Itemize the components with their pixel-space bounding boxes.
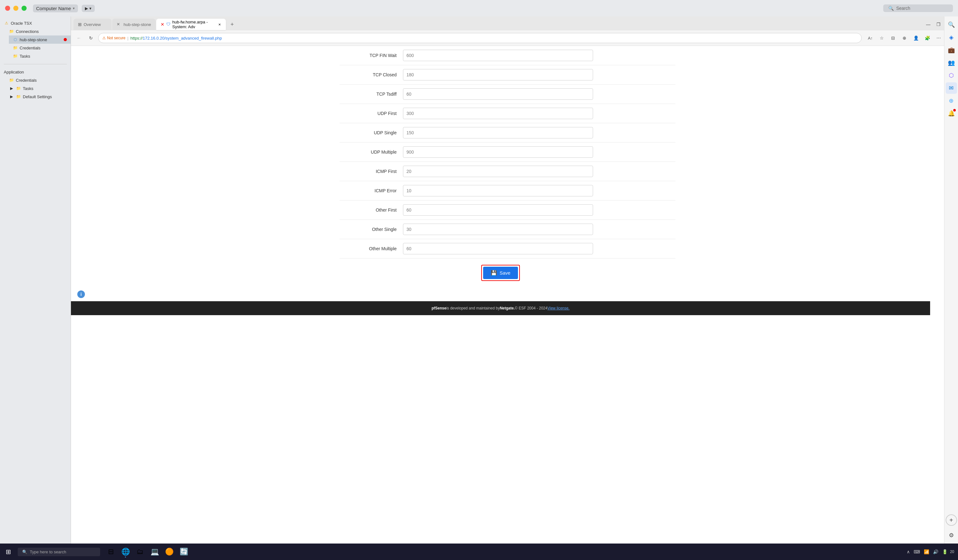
sidebar-oracle-section: ⚠ Oracle TSX 📁 Connections ⬡ hub-step-st… [0, 16, 71, 63]
not-secure-text: Not secure [107, 36, 125, 40]
refresh-button[interactable]: ↻ [86, 33, 96, 43]
tray-up-arrow[interactable]: ∧ [906, 548, 911, 555]
input-tcp-closed[interactable] [403, 69, 593, 81]
tab-hub-fw[interactable]: ✕ 🛡 hub-fw.home.arpa - System: Adv ✕ [156, 19, 226, 30]
edge-collections-icon[interactable]: ◈ [946, 32, 957, 43]
tab-hub-step-stone[interactable]: ✕ hub-step-stone [112, 19, 155, 30]
sidebar-item-tasks-app[interactable]: ▶ 📁 Tasks [5, 84, 71, 92]
favorites-button[interactable]: ☆ [877, 33, 887, 43]
tray-volume-icon[interactable]: 🔊 [932, 548, 940, 555]
input-icmp-error[interactable] [403, 185, 593, 197]
input-other-multiple[interactable] [403, 243, 593, 254]
input-udp-single[interactable] [403, 127, 593, 138]
tray-keyboard-icon[interactable]: ⌨ [912, 548, 921, 555]
form-row-other-multiple: Other Multiple [339, 239, 676, 259]
terminal-icon: 💻 [151, 548, 159, 556]
taskbar-edge-icon[interactable]: 🌐 [119, 545, 132, 559]
add-favorite-button[interactable]: ⊕ [900, 33, 909, 43]
grid-icon: ⊞ [78, 22, 82, 27]
address-bar[interactable]: ⚠ Not secure | https://172.16.0.20/syste… [98, 33, 862, 43]
label-tcp-fin-wait: TCP FIN Wait [339, 53, 403, 58]
sidebar-item-credentials-conn[interactable]: 📁 Credentials [9, 44, 71, 52]
hub-tab-favicon: ✕ [117, 22, 122, 27]
windows-icon: ⊞ [6, 548, 11, 555]
save-button-highlight: 💾 Save [481, 265, 520, 281]
computer-name-dropdown[interactable]: Computer Name ▾ [33, 5, 78, 12]
input-tcp-fin-wait[interactable] [403, 50, 593, 61]
edge-outlook-icon[interactable]: ✉ [946, 82, 957, 94]
sidebar-item-default-settings[interactable]: ▶ 📁 Default Settings [5, 92, 71, 101]
taskbar-explorer-icon[interactable]: 🗂 [133, 545, 147, 559]
edge-wallet-icon[interactable]: 💼 [946, 44, 957, 56]
extensions-button[interactable]: 🧩 [923, 33, 932, 43]
tray-network-icon[interactable]: 📶 [923, 548, 931, 555]
back-button[interactable]: ← [74, 33, 84, 43]
taskbar-search[interactable]: 🔍 Type here to search [18, 548, 100, 556]
taskbar-oracle-icon[interactable]: 🟠 [162, 545, 176, 559]
taskbar-extra-icon[interactable]: 🔄 [177, 545, 191, 559]
input-tcp-tsdiff[interactable] [403, 88, 593, 100]
pfsense-favicon: ✕ [160, 22, 164, 27]
mac-search-bar[interactable]: 🔍 Search [883, 5, 953, 12]
edge-copilot-icon[interactable]: ⊕ [946, 95, 957, 106]
more-options-button[interactable]: ⋯ [934, 33, 944, 43]
edge-add-button[interactable]: + [946, 514, 957, 526]
info-button[interactable]: i [77, 290, 85, 298]
sidebar-item-connections[interactable]: 📁 Connections [5, 27, 71, 35]
mac-close-button[interactable] [5, 6, 10, 11]
mac-maximize-button[interactable] [22, 6, 27, 11]
address-url: https://172.16.0.20/system_advanced_fire… [130, 36, 222, 41]
edge-notification-area: 🔔 [946, 108, 957, 119]
form-row-udp-single: UDP Single [339, 123, 676, 143]
footer-view-license[interactable]: View license. [547, 306, 569, 310]
tab-add-button[interactable]: + [228, 20, 236, 29]
browser-actions: A↑ ☆ ⊟ ⊕ 👤 🧩 ⋯ 🔵 [866, 33, 955, 43]
tray-battery-icon[interactable]: 🔋 [941, 548, 949, 555]
edge-settings-icon[interactable]: ⚙ [946, 530, 957, 541]
tab-overview[interactable]: ⊞ Overview [73, 19, 111, 30]
taskbar-tray: ∧ ⌨ 📶 🔊 🔋 20 [906, 548, 958, 555]
save-button[interactable]: 💾 Save [483, 267, 518, 279]
sidebar-item-hub-step-stone[interactable]: ⬡ hub-step-stone [9, 35, 71, 44]
tray-time: 20 [950, 549, 954, 555]
default-settings-folder-icon: 📁 [16, 94, 21, 99]
input-other-first[interactable] [403, 204, 593, 216]
input-other-single[interactable] [403, 224, 593, 235]
sidebar-tasks-conn-label: Tasks [20, 54, 30, 59]
edge-people-icon[interactable]: 👥 [946, 57, 957, 68]
browser-restore-button[interactable]: ❐ [934, 20, 943, 29]
play-button[interactable]: ▶ ▾ [82, 5, 95, 12]
sidebar-item-tasks-conn[interactable]: 📁 Tasks [9, 52, 71, 60]
taskbar-terminal-icon[interactable]: 💻 [148, 545, 162, 559]
explorer-icon: 🗂 [136, 548, 144, 556]
input-udp-first[interactable] [403, 108, 593, 119]
tasks-app-folder-icon: 📁 [16, 86, 21, 91]
application-label: Application [4, 70, 24, 75]
split-screen-button[interactable]: ⊟ [888, 33, 898, 43]
webpage-content[interactable]: TCP FIN Wait TCP Closed TCP Tsdiff UDP F… [71, 46, 944, 544]
input-wrapper-other-first [403, 204, 676, 216]
edge-games-icon[interactable]: ⬡ [946, 70, 957, 81]
sidebar-item-oracle-tsx[interactable]: ⚠ Oracle TSX [0, 19, 71, 27]
footer-netgate: Netgate. [500, 306, 515, 310]
label-icmp-error: ICMP Error [339, 188, 403, 193]
sidebar-item-credentials-app[interactable]: 📁 Credentials [5, 76, 71, 84]
warning-icon: ⚠ [4, 21, 9, 25]
input-udp-multiple[interactable] [403, 146, 593, 158]
start-button[interactable]: ⊞ [0, 544, 16, 560]
taskbar-task-view[interactable]: ⊟ [104, 545, 118, 559]
form-row-udp-first: UDP First [339, 104, 676, 123]
taskbar-search-icon: 🔍 [22, 550, 27, 554]
tab-close-button[interactable]: ✕ [217, 22, 221, 27]
profile-button[interactable]: 👤 [911, 33, 921, 43]
mac-minimize-button[interactable] [13, 6, 18, 11]
input-icmp-first[interactable] [403, 166, 593, 177]
edge-search-icon[interactable]: 🔍 [946, 19, 957, 30]
read-aloud-button[interactable]: A↑ [866, 33, 875, 43]
browser-chrome: ⊞ Overview ✕ hub-step-stone ✕ 🛡 hub-fw.h… [71, 16, 958, 46]
form-row-icmp-error: ICMP Error [339, 181, 676, 200]
url-path: 172.16.0.20/system_advanced_firewall.php [143, 36, 222, 41]
computer-name-dropdown-arrow: ▾ [73, 6, 75, 10]
label-udp-first: UDP First [339, 111, 403, 116]
browser-minimize-button[interactable]: — [924, 20, 933, 29]
